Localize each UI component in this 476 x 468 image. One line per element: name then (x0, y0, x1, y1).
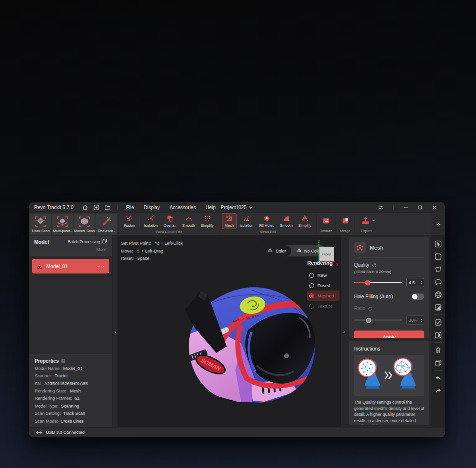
model-item-menu-button[interactable]: ··· (98, 265, 105, 268)
confirm-selection-button[interactable] (434, 318, 442, 327)
mesh-simplify-button[interactable]: Simplify (296, 213, 314, 229)
polygon-select-tool-button[interactable] (434, 265, 442, 273)
mesh-edit-group: Mesh Isolation Fill Holes Smooth Simplif… (220, 213, 316, 235)
hole-filling-toggle[interactable] (412, 293, 424, 300)
model-list-item[interactable]: Model_01 ··· (32, 259, 109, 273)
model-header-title: Model (34, 239, 49, 245)
axis-z-label: Z (318, 240, 320, 243)
divider (118, 214, 119, 234)
redo-button[interactable] (434, 386, 442, 395)
apply-button[interactable]: Apply (354, 331, 424, 338)
multi-position-scan-button[interactable]: Multi-posit.. (52, 214, 73, 234)
status-bar: USB 3.0 Connected (29, 427, 445, 437)
export-icon (360, 216, 370, 225)
mesh-panel-title: Mesh (370, 245, 383, 251)
pc-isolation-button[interactable]: Isolation (141, 213, 161, 229)
lasso-select-tool-button[interactable] (434, 277, 442, 286)
export-button[interactable] (357, 215, 378, 227)
gray-dots-icon (296, 248, 302, 254)
fill-holes-button[interactable]: Fill Holes (256, 213, 277, 229)
view-cube-face-label: FRONT (322, 253, 332, 256)
helmet-3d-model[interactable]: MKE U SO MAN SOMAN (180, 284, 323, 408)
stepper-arrows[interactable]: ▴▾ (420, 280, 422, 285)
display-settings-icon[interactable] (377, 204, 384, 211)
mesh-button[interactable]: Mesh (222, 213, 237, 229)
undo-button[interactable] (434, 373, 442, 382)
fill-holes-icon (263, 214, 271, 222)
menu-accessories[interactable]: Accessories (165, 202, 201, 213)
marker-scan-icon (78, 215, 91, 228)
collapse-left-panel-button[interactable]: ‹ (113, 235, 118, 427)
quality-slider[interactable] (354, 282, 402, 283)
properties-section: Properties i Model Name:Model_01 Scanner… (29, 354, 112, 427)
multi-position-label: Multi-posit.. (53, 229, 72, 233)
radio-icon-disabled (309, 304, 314, 309)
bust-left (358, 359, 380, 388)
ratio-slider-handle (366, 317, 371, 323)
reset-ratio-icon (368, 306, 373, 311)
divider (434, 342, 442, 343)
rect-select-tool-button[interactable] (434, 252, 442, 261)
rendering-option-fused[interactable]: Fused (307, 280, 339, 291)
home-icon[interactable] (81, 204, 89, 211)
smooth-icon (282, 214, 290, 222)
project-dropdown[interactable]: Project1025 (220, 205, 253, 210)
track-scan-icon (34, 215, 47, 228)
new-project-icon[interactable] (93, 204, 100, 211)
divider (355, 214, 355, 234)
instructions-body: The Quality settings control the generat… (354, 399, 424, 425)
mesh-smooth-button[interactable]: Smooth (277, 213, 296, 229)
open-folder-icon[interactable] (104, 204, 111, 211)
select-tool-button[interactable] (434, 239, 442, 248)
invert-select-tool-button[interactable] (434, 303, 442, 312)
collapse-toolbar-button[interactable] (432, 213, 445, 235)
batch-processing-button[interactable]: Batch Processing (68, 238, 107, 245)
track-scan-label: Track Scan (31, 229, 50, 233)
menu-file[interactable]: File (121, 202, 139, 213)
chevron-down-icon (372, 218, 376, 223)
viewport-3d[interactable]: ‹ › Set Pivot Point:⌥ + Left-Click Move:… (113, 235, 347, 427)
reset-quality-icon[interactable] (372, 263, 377, 268)
radio-icon (309, 283, 314, 288)
merge-button[interactable] (338, 215, 352, 226)
pc-simplify-button[interactable]: Simplify (198, 213, 217, 229)
usb-icon (36, 430, 42, 435)
texture-label: Texture (318, 228, 335, 235)
sphere-select-tool-button[interactable] (434, 290, 442, 299)
property-row: Scan Mode:Cross Lines (35, 418, 107, 425)
pc-smooth-button[interactable]: Smooth (179, 213, 198, 229)
rendering-option-raw[interactable]: Raw (307, 270, 339, 280)
toolbar-spacer (401, 213, 432, 235)
rendering-option-texture[interactable]: Texture (307, 301, 339, 311)
close-button[interactable] (431, 204, 438, 211)
menu-help[interactable]: Help (200, 202, 220, 213)
fusion-button[interactable]: Fusion (121, 213, 138, 229)
duplicate-button[interactable] (434, 358, 442, 367)
marker-scan-button[interactable]: Marker Scan (74, 214, 95, 234)
rendering-option-meshed[interactable]: Meshed (307, 291, 339, 301)
overlap-button[interactable]: Overla.. (160, 213, 179, 229)
menu-display[interactable]: Display (139, 202, 165, 213)
hint-line: Set Pivot Point:⌥ + Left-Click (121, 240, 183, 248)
radio-icon (309, 273, 314, 278)
divider (434, 314, 442, 315)
one-click-button[interactable]: One-click.. (96, 214, 117, 234)
delete-button[interactable] (434, 346, 442, 354)
hole-filling-label: Hole Filling (Auto) (354, 294, 393, 299)
more-button[interactable]: More (34, 245, 107, 255)
desktop: { "colors": { "accent_red": "#D9514F", "… (0, 0, 476, 468)
color-button[interactable]: Color (262, 245, 291, 256)
maximize-button[interactable] (416, 204, 424, 211)
divider (139, 216, 140, 227)
texture-button[interactable] (319, 215, 333, 226)
quality-value-input[interactable]: 4.5 ▴▾ (406, 278, 424, 287)
multi-position-icon (56, 215, 69, 228)
mesh-isolation-button[interactable]: Isolation (237, 213, 256, 229)
minimize-button[interactable] (402, 204, 410, 211)
collapse-right-panel-button[interactable]: › (341, 235, 347, 427)
fill-selection-button[interactable] (434, 331, 442, 339)
quality-label: Quality (354, 262, 369, 268)
quality-slider-handle[interactable] (365, 280, 370, 285)
export-group: Export (356, 213, 401, 235)
track-scan-button[interactable]: Track Scan (30, 214, 51, 234)
